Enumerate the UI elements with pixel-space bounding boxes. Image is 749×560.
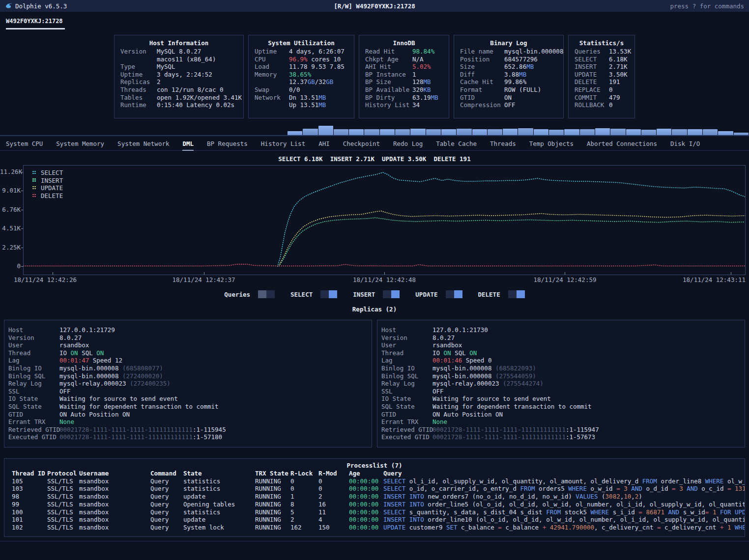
- cell-protocol[interactable]: SSL/TLS: [47, 524, 79, 532]
- cell-protocol[interactable]: SSL/TLS: [47, 485, 79, 493]
- panel-row-value: ROW (FULL): [504, 86, 541, 94]
- cell-r-lock[interactable]: 162: [290, 524, 318, 532]
- metric-tab-checkpoint[interactable]: Checkpoint: [343, 140, 380, 147]
- cell-thread-id[interactable]: 102: [12, 524, 47, 532]
- cell-r-lock[interactable]: 2: [290, 516, 318, 524]
- cell-r-lock[interactable]: 0: [290, 485, 318, 493]
- toggle-switch-insert[interactable]: [383, 290, 400, 298]
- cell-trx-state[interactable]: RUNNING: [255, 485, 290, 493]
- cell-age[interactable]: 00:00:00: [349, 508, 383, 516]
- cell-state[interactable]: System lock: [183, 524, 255, 532]
- toggle-switch-update[interactable]: [446, 290, 462, 298]
- cell-trx-state[interactable]: RUNNING: [255, 501, 290, 508]
- cell-r-lock[interactable]: 0: [290, 477, 318, 485]
- cell-query[interactable]: UPDATE customer9 SET c_balance = c_balan…: [383, 524, 745, 532]
- cell-r-lock[interactable]: 1: [290, 493, 318, 501]
- sparkline-bar: [488, 129, 502, 135]
- metric-tab-bp-requests[interactable]: BP Requests: [207, 140, 248, 147]
- cell-trx-state[interactable]: RUNNING: [255, 477, 290, 485]
- cell-protocol[interactable]: SSL/TLS: [47, 477, 79, 485]
- cell-protocol[interactable]: SSL/TLS: [47, 516, 79, 524]
- metric-tab-temp-objects[interactable]: Temp Objects: [529, 140, 574, 147]
- metric-tab-history-list[interactable]: History List: [261, 140, 305, 147]
- metric-tab-ahi[interactable]: AHI: [318, 140, 330, 147]
- session-tab[interactable]: W492F0YXKJ:21728: [6, 17, 65, 29]
- cell-thread-id[interactable]: 105: [12, 477, 47, 485]
- toggle-switch-queries[interactable]: [258, 290, 275, 298]
- cell-state[interactable]: update: [183, 493, 255, 501]
- cell-r-mod[interactable]: 2: [318, 493, 349, 501]
- cell-username[interactable]: msandbox: [79, 501, 150, 508]
- cell-age[interactable]: 00:00:00: [349, 493, 383, 501]
- cell-trx-state[interactable]: RUNNING: [255, 493, 290, 501]
- metric-tab-system-cpu[interactable]: System CPU: [6, 140, 43, 147]
- cell-username[interactable]: msandbox: [79, 493, 150, 501]
- replica-row: Host127.0.0.1:21729: [8, 326, 368, 334]
- cell-age[interactable]: 00:00:00: [349, 516, 383, 524]
- metric-tab-redo-log[interactable]: Redo Log: [393, 140, 423, 147]
- cell-thread-id[interactable]: 100: [12, 508, 47, 516]
- cell-r-lock[interactable]: 8: [290, 501, 318, 508]
- cell-protocol[interactable]: SSL/TLS: [47, 501, 79, 508]
- cell-username[interactable]: msandbox: [79, 516, 150, 524]
- cell-query[interactable]: INSERT INTO order_line10 (ol_o_id, ol_d_…: [383, 516, 745, 524]
- cell-query[interactable]: SELECT s_quantity, s_data, s_dist_04 s_d…: [383, 508, 745, 516]
- cell-query[interactable]: INSERT INTO new_orders7 (no_o_id, no_d_i…: [383, 493, 745, 501]
- cell-command[interactable]: Query: [150, 477, 183, 485]
- cell-command[interactable]: Query: [150, 493, 183, 501]
- metric-tab-system-memory[interactable]: System Memory: [56, 140, 104, 147]
- cell-command[interactable]: Query: [150, 501, 183, 508]
- cell-state[interactable]: statistics: [183, 485, 255, 493]
- cell-r-lock[interactable]: 5: [290, 508, 318, 516]
- panel-row-value: 3.50K: [609, 71, 628, 79]
- cell-state[interactable]: update: [183, 516, 255, 524]
- cell-trx-state[interactable]: RUNNING: [255, 524, 290, 532]
- panel-title: InnoDB: [365, 39, 443, 47]
- cell-age[interactable]: 00:00:00: [349, 501, 383, 508]
- sparkline-bar: [580, 129, 595, 135]
- cell-command[interactable]: Query: [150, 485, 183, 493]
- cell-command[interactable]: Query: [150, 524, 183, 532]
- metric-tab-table-cache[interactable]: Table Cache: [436, 140, 477, 147]
- metric-tab-disk-i-o[interactable]: Disk I/O: [670, 140, 700, 147]
- toggle-switch-select[interactable]: [320, 290, 337, 298]
- cell-query[interactable]: SELECT ol_i_id, ol_supply_w_id, ol_quant…: [383, 477, 745, 485]
- cell-age[interactable]: 00:00:00: [349, 477, 383, 485]
- cell-trx-state[interactable]: RUNNING: [255, 508, 290, 516]
- panel-row-value: mysql-bin.000008 (275544059): [432, 372, 536, 380]
- metric-tab-threads[interactable]: Threads: [490, 140, 516, 147]
- cell-query[interactable]: SELECT o_id, o_carrier_id, o_entry_d FRO…: [383, 485, 745, 493]
- metric-tab-system-network[interactable]: System Network: [117, 140, 169, 147]
- cell-trx-state[interactable]: RUNNING: [255, 516, 290, 524]
- cell-query[interactable]: INSERT INTO order_line5 (ol_o_id, ol_d_i…: [383, 501, 745, 508]
- cell-thread-id[interactable]: 101: [12, 516, 47, 524]
- cell-state[interactable]: statistics: [183, 508, 255, 516]
- metric-tab-aborted-connections[interactable]: Aborted Connections: [587, 140, 657, 147]
- cell-thread-id[interactable]: 99: [12, 501, 47, 508]
- cell-username[interactable]: msandbox: [79, 485, 150, 493]
- cell-username[interactable]: msandbox: [79, 524, 150, 532]
- cell-r-mod[interactable]: 11: [318, 508, 349, 516]
- cell-r-mod[interactable]: 4: [318, 516, 349, 524]
- cell-r-mod[interactable]: 16: [318, 501, 349, 508]
- cell-protocol[interactable]: SSL/TLS: [47, 493, 79, 501]
- cell-state[interactable]: Opening tables: [183, 501, 255, 508]
- panel-row: Load11.78 9.53 7.85: [255, 63, 348, 71]
- cell-age[interactable]: 00:00:00: [349, 485, 383, 493]
- cell-protocol[interactable]: SSL/TLS: [47, 508, 79, 516]
- dml-chart: SELECTINSERTUPDATEDELETE 11.26K9.01K6.76…: [0, 165, 749, 275]
- cell-thread-id[interactable]: 98: [12, 493, 47, 501]
- cell-command[interactable]: Query: [150, 516, 183, 524]
- metric-tab-dml[interactable]: DML: [182, 140, 194, 147]
- cell-age[interactable]: 00:00:00: [349, 524, 383, 532]
- cell-state[interactable]: statistics: [183, 477, 255, 485]
- cell-thread-id[interactable]: 103: [12, 485, 47, 493]
- cell-command[interactable]: Query: [150, 508, 183, 516]
- cell-r-mod[interactable]: 150: [318, 524, 349, 532]
- cell-r-mod[interactable]: 0: [318, 485, 349, 493]
- cell-username[interactable]: msandbox: [79, 477, 150, 485]
- toggle-switch-delete[interactable]: [508, 290, 525, 298]
- cell-r-mod[interactable]: 0: [318, 477, 349, 485]
- cell-username[interactable]: msandbox: [79, 508, 150, 516]
- panel-row-value: None: [59, 418, 74, 426]
